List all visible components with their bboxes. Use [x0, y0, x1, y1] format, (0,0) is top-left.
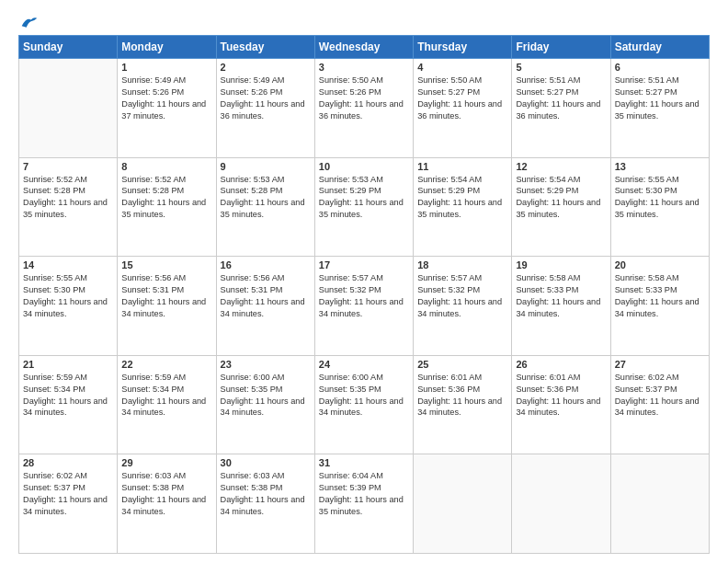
- weekday-header-row: SundayMondayTuesdayWednesdayThursdayFrid…: [19, 36, 710, 59]
- day-info: Sunrise: 5:58 AMSunset: 5:33 PMDaylight:…: [516, 272, 606, 320]
- calendar-cell: 20Sunrise: 5:58 AMSunset: 5:33 PMDayligh…: [610, 257, 709, 356]
- day-number: 16: [221, 259, 311, 270]
- calendar-cell: 29Sunrise: 6:03 AMSunset: 5:38 PMDayligh…: [118, 454, 216, 554]
- calendar-cell: 22Sunrise: 5:59 AMSunset: 5:34 PMDayligh…: [118, 355, 216, 454]
- day-number: 27: [615, 359, 705, 370]
- day-number: 18: [417, 259, 507, 270]
- header: [18, 15, 710, 28]
- day-info: Sunrise: 5:56 AMSunset: 5:31 PMDaylight:…: [221, 272, 311, 320]
- day-info: Sunrise: 5:56 AMSunset: 5:31 PMDaylight:…: [121, 272, 211, 320]
- week-row-4: 28Sunrise: 6:02 AMSunset: 5:37 PMDayligh…: [19, 454, 710, 554]
- day-info: Sunrise: 5:55 AMSunset: 5:30 PMDaylight:…: [615, 174, 705, 222]
- calendar-cell: 9Sunrise: 5:53 AMSunset: 5:28 PMDaylight…: [216, 157, 314, 257]
- day-info: Sunrise: 5:52 AMSunset: 5:28 PMDaylight:…: [23, 174, 113, 222]
- day-info: Sunrise: 5:49 AMSunset: 5:26 PMDaylight:…: [121, 75, 211, 122]
- day-number: 6: [615, 62, 705, 73]
- day-info: Sunrise: 5:57 AMSunset: 5:32 PMDaylight:…: [319, 272, 409, 320]
- day-info: Sunrise: 5:50 AMSunset: 5:27 PMDaylight:…: [417, 75, 507, 122]
- day-info: Sunrise: 5:53 AMSunset: 5:28 PMDaylight:…: [221, 174, 311, 222]
- day-info: Sunrise: 5:54 AMSunset: 5:29 PMDaylight:…: [516, 174, 606, 222]
- calendar-cell: 3Sunrise: 5:50 AMSunset: 5:26 PMDaylight…: [314, 59, 413, 158]
- day-info: Sunrise: 6:01 AMSunset: 5:36 PMDaylight:…: [516, 372, 606, 419]
- calendar-cell: 18Sunrise: 5:57 AMSunset: 5:32 PMDayligh…: [414, 257, 512, 356]
- day-number: 17: [319, 259, 409, 270]
- page: SundayMondayTuesdayWednesdayThursdayFrid…: [0, 0, 728, 563]
- day-info: Sunrise: 5:59 AMSunset: 5:34 PMDaylight:…: [23, 372, 113, 419]
- calendar-cell: 19Sunrise: 5:58 AMSunset: 5:33 PMDayligh…: [512, 257, 610, 356]
- calendar-cell: 5Sunrise: 5:51 AMSunset: 5:27 PMDaylight…: [512, 59, 610, 158]
- day-number: 24: [319, 359, 409, 370]
- calendar-cell: 15Sunrise: 5:56 AMSunset: 5:31 PMDayligh…: [118, 257, 216, 356]
- weekday-header-saturday: Saturday: [610, 36, 709, 59]
- day-info: Sunrise: 5:54 AMSunset: 5:29 PMDaylight:…: [417, 174, 507, 222]
- day-info: Sunrise: 5:51 AMSunset: 5:27 PMDaylight:…: [516, 75, 606, 122]
- day-number: 12: [516, 161, 606, 172]
- day-info: Sunrise: 5:58 AMSunset: 5:33 PMDaylight:…: [615, 272, 705, 320]
- day-info: Sunrise: 6:03 AMSunset: 5:38 PMDaylight:…: [221, 470, 311, 518]
- day-number: 14: [23, 259, 113, 270]
- day-number: 28: [23, 457, 113, 468]
- day-info: Sunrise: 5:52 AMSunset: 5:28 PMDaylight:…: [121, 174, 211, 222]
- weekday-header-friday: Friday: [512, 36, 610, 59]
- day-info: Sunrise: 5:53 AMSunset: 5:29 PMDaylight:…: [319, 174, 409, 222]
- day-info: Sunrise: 5:59 AMSunset: 5:34 PMDaylight:…: [121, 372, 211, 419]
- day-number: 1: [121, 62, 211, 73]
- week-row-1: 7Sunrise: 5:52 AMSunset: 5:28 PMDaylight…: [19, 157, 710, 257]
- day-number: 2: [221, 62, 311, 73]
- weekday-header-thursday: Thursday: [414, 36, 512, 59]
- day-number: 10: [319, 161, 409, 172]
- logo-bird-icon: [20, 15, 39, 29]
- day-number: 25: [417, 359, 507, 370]
- calendar-table: SundayMondayTuesdayWednesdayThursdayFrid…: [18, 35, 710, 554]
- day-number: 11: [417, 161, 507, 172]
- day-info: Sunrise: 5:51 AMSunset: 5:27 PMDaylight:…: [615, 75, 705, 122]
- day-info: Sunrise: 6:01 AMSunset: 5:36 PMDaylight:…: [417, 372, 507, 419]
- day-info: Sunrise: 6:02 AMSunset: 5:37 PMDaylight:…: [615, 372, 705, 419]
- calendar-cell: 23Sunrise: 6:00 AMSunset: 5:35 PMDayligh…: [216, 355, 314, 454]
- day-number: 26: [516, 359, 606, 370]
- week-row-3: 21Sunrise: 5:59 AMSunset: 5:34 PMDayligh…: [19, 355, 710, 454]
- day-number: 29: [121, 457, 211, 468]
- day-number: 3: [319, 62, 409, 73]
- weekday-header-tuesday: Tuesday: [216, 36, 314, 59]
- day-info: Sunrise: 5:55 AMSunset: 5:30 PMDaylight:…: [23, 272, 113, 320]
- calendar-cell: 11Sunrise: 5:54 AMSunset: 5:29 PMDayligh…: [414, 157, 512, 257]
- day-number: 20: [615, 259, 705, 270]
- weekday-header-wednesday: Wednesday: [314, 36, 413, 59]
- logo: [18, 15, 39, 28]
- day-number: 23: [221, 359, 311, 370]
- day-number: 5: [516, 62, 606, 73]
- calendar-cell: 16Sunrise: 5:56 AMSunset: 5:31 PMDayligh…: [216, 257, 314, 356]
- calendar-cell: 13Sunrise: 5:55 AMSunset: 5:30 PMDayligh…: [610, 157, 709, 257]
- calendar-cell: 24Sunrise: 6:00 AMSunset: 5:35 PMDayligh…: [314, 355, 413, 454]
- day-number: 19: [516, 259, 606, 270]
- calendar-cell: 8Sunrise: 5:52 AMSunset: 5:28 PMDaylight…: [118, 157, 216, 257]
- calendar-cell: 31Sunrise: 6:04 AMSunset: 5:39 PMDayligh…: [314, 454, 413, 554]
- day-info: Sunrise: 6:02 AMSunset: 5:37 PMDaylight:…: [23, 470, 113, 518]
- calendar-cell: 26Sunrise: 6:01 AMSunset: 5:36 PMDayligh…: [512, 355, 610, 454]
- day-info: Sunrise: 5:49 AMSunset: 5:26 PMDaylight:…: [221, 75, 311, 122]
- calendar-cell: 30Sunrise: 6:03 AMSunset: 5:38 PMDayligh…: [216, 454, 314, 554]
- logo-text: [18, 15, 39, 29]
- day-number: 13: [615, 161, 705, 172]
- calendar-cell: 1Sunrise: 5:49 AMSunset: 5:26 PMDaylight…: [118, 59, 216, 158]
- calendar-cell: [19, 59, 118, 158]
- week-row-2: 14Sunrise: 5:55 AMSunset: 5:30 PMDayligh…: [19, 257, 710, 356]
- calendar-cell: 2Sunrise: 5:49 AMSunset: 5:26 PMDaylight…: [216, 59, 314, 158]
- day-number: 9: [221, 161, 311, 172]
- day-number: 30: [221, 457, 311, 468]
- calendar-cell: 17Sunrise: 5:57 AMSunset: 5:32 PMDayligh…: [314, 257, 413, 356]
- day-info: Sunrise: 6:00 AMSunset: 5:35 PMDaylight:…: [221, 372, 311, 419]
- calendar-cell: 27Sunrise: 6:02 AMSunset: 5:37 PMDayligh…: [610, 355, 709, 454]
- calendar-cell: 12Sunrise: 5:54 AMSunset: 5:29 PMDayligh…: [512, 157, 610, 257]
- day-info: Sunrise: 6:00 AMSunset: 5:35 PMDaylight:…: [319, 372, 409, 419]
- day-info: Sunrise: 6:03 AMSunset: 5:38 PMDaylight:…: [121, 470, 211, 518]
- day-number: 31: [319, 457, 409, 468]
- weekday-header-monday: Monday: [118, 36, 216, 59]
- calendar-cell: 25Sunrise: 6:01 AMSunset: 5:36 PMDayligh…: [414, 355, 512, 454]
- calendar-cell: 7Sunrise: 5:52 AMSunset: 5:28 PMDaylight…: [19, 157, 118, 257]
- calendar-cell: 21Sunrise: 5:59 AMSunset: 5:34 PMDayligh…: [19, 355, 118, 454]
- week-row-0: 1Sunrise: 5:49 AMSunset: 5:26 PMDaylight…: [19, 59, 710, 158]
- day-info: Sunrise: 6:04 AMSunset: 5:39 PMDaylight:…: [319, 470, 409, 518]
- calendar-cell: [610, 454, 709, 554]
